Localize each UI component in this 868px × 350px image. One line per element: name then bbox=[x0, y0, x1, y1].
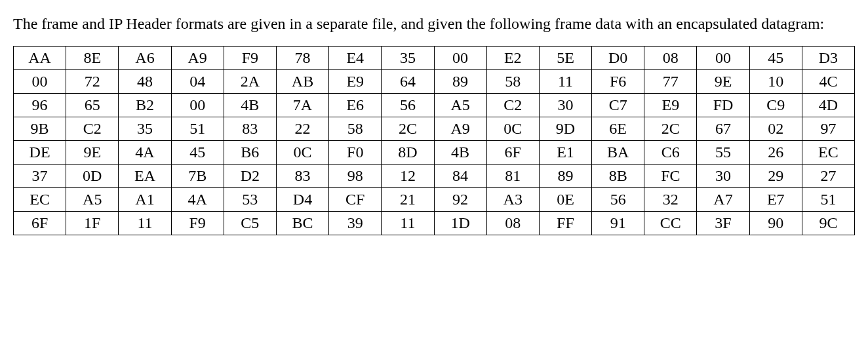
hex-cell: AB bbox=[276, 69, 328, 93]
hex-cell: 67 bbox=[697, 117, 749, 140]
hex-cell: 11 bbox=[382, 211, 434, 235]
hex-cell: A9 bbox=[171, 46, 224, 69]
hex-cell: 0C bbox=[486, 117, 539, 140]
hex-cell: 98 bbox=[329, 164, 382, 187]
hex-cell: 8D bbox=[382, 140, 434, 164]
table-row: 370DEA7BD28398128481898BFC302927 bbox=[14, 164, 855, 187]
hex-cell: 5E bbox=[539, 46, 591, 69]
hex-dump-table: AA8EA6A9F978E43500E25ED0080045D300724804… bbox=[13, 46, 855, 235]
hex-cell: 83 bbox=[224, 117, 276, 140]
hex-cell: A1 bbox=[119, 187, 171, 211]
hex-cell: 35 bbox=[382, 46, 434, 69]
table-row: 6F1F11F9C5BC39111D08FF91CC3F909C bbox=[14, 211, 855, 235]
hex-cell: 0E bbox=[539, 187, 591, 211]
hex-cell: 92 bbox=[434, 187, 486, 211]
hex-cell: 9B bbox=[14, 117, 66, 140]
hex-cell: A7 bbox=[697, 187, 749, 211]
hex-cell: 6F bbox=[486, 140, 539, 164]
hex-cell: 4A bbox=[119, 140, 171, 164]
hex-cell: 1F bbox=[66, 211, 119, 235]
hex-cell: C5 bbox=[224, 211, 276, 235]
hex-cell: 4D bbox=[802, 93, 854, 117]
hex-cell: 00 bbox=[14, 69, 66, 93]
hex-cell: 51 bbox=[171, 117, 224, 140]
hex-cell: 10 bbox=[749, 69, 802, 93]
hex-cell: 96 bbox=[14, 93, 66, 117]
hex-cell: C9 bbox=[749, 93, 802, 117]
hex-cell: F9 bbox=[171, 211, 224, 235]
hex-cell: 64 bbox=[382, 69, 434, 93]
hex-cell: 3F bbox=[697, 211, 749, 235]
hex-cell: FF bbox=[539, 211, 591, 235]
hex-cell: 1D bbox=[434, 211, 486, 235]
hex-cell: 37 bbox=[14, 164, 66, 187]
hex-cell: 55 bbox=[697, 140, 749, 164]
table-row: AA8EA6A9F978E43500E25ED0080045D3 bbox=[14, 46, 855, 69]
hex-cell: 58 bbox=[486, 69, 539, 93]
hex-cell: E7 bbox=[749, 187, 802, 211]
hex-cell: 0C bbox=[276, 140, 328, 164]
hex-cell: C6 bbox=[644, 140, 697, 164]
hex-cell: E4 bbox=[329, 46, 382, 69]
hex-cell: E2 bbox=[486, 46, 539, 69]
hex-cell: FC bbox=[644, 164, 697, 187]
hex-cell: 4B bbox=[224, 93, 276, 117]
hex-cell: 7B bbox=[171, 164, 224, 187]
hex-cell: 72 bbox=[66, 69, 119, 93]
hex-cell: 65 bbox=[66, 93, 119, 117]
hex-cell: 2A bbox=[224, 69, 276, 93]
hex-cell: EC bbox=[14, 187, 66, 211]
hex-cell: DE bbox=[14, 140, 66, 164]
hex-cell: CC bbox=[644, 211, 697, 235]
hex-cell: 84 bbox=[434, 164, 486, 187]
hex-cell: 56 bbox=[592, 187, 644, 211]
hex-cell: 08 bbox=[644, 46, 697, 69]
hex-cell: C7 bbox=[592, 93, 644, 117]
hex-cell: C2 bbox=[66, 117, 119, 140]
hex-cell: 27 bbox=[802, 164, 854, 187]
hex-cell: 00 bbox=[434, 46, 486, 69]
hex-cell: 21 bbox=[382, 187, 434, 211]
hex-cell: 81 bbox=[486, 164, 539, 187]
hex-cell: 4C bbox=[802, 69, 854, 93]
table-row: 007248042AABE964895811F6779E104C bbox=[14, 69, 855, 93]
hex-cell: A3 bbox=[486, 187, 539, 211]
hex-cell: 8B bbox=[592, 164, 644, 187]
hex-cell: 12 bbox=[382, 164, 434, 187]
hex-cell: F6 bbox=[592, 69, 644, 93]
hex-cell: 8E bbox=[66, 46, 119, 69]
table-row: 9665B2004B7AE656A5C230C7E9FDC94D bbox=[14, 93, 855, 117]
hex-cell: A9 bbox=[434, 117, 486, 140]
hex-cell: EC bbox=[802, 140, 854, 164]
hex-dump-body: AA8EA6A9F978E43500E25ED0080045D300724804… bbox=[14, 46, 855, 235]
hex-cell: AA bbox=[14, 46, 66, 69]
hex-cell: EA bbox=[119, 164, 171, 187]
hex-cell: 77 bbox=[644, 69, 697, 93]
hex-cell: 2C bbox=[644, 117, 697, 140]
hex-cell: 6E bbox=[592, 117, 644, 140]
hex-cell: 30 bbox=[539, 93, 591, 117]
table-row: DE9E4A45B60CF08D4B6FE1BAC65526EC bbox=[14, 140, 855, 164]
hex-cell: 26 bbox=[749, 140, 802, 164]
hex-cell: A5 bbox=[434, 93, 486, 117]
hex-cell: 78 bbox=[276, 46, 328, 69]
hex-cell: A5 bbox=[66, 187, 119, 211]
hex-cell: 45 bbox=[171, 140, 224, 164]
hex-cell: 9C bbox=[802, 211, 854, 235]
hex-cell: E9 bbox=[329, 69, 382, 93]
hex-cell: 51 bbox=[802, 187, 854, 211]
hex-cell: F0 bbox=[329, 140, 382, 164]
hex-cell: 4B bbox=[434, 140, 486, 164]
hex-cell: D2 bbox=[224, 164, 276, 187]
hex-cell: 48 bbox=[119, 69, 171, 93]
hex-cell: FD bbox=[697, 93, 749, 117]
hex-cell: B2 bbox=[119, 93, 171, 117]
hex-cell: D3 bbox=[802, 46, 854, 69]
hex-cell: BA bbox=[592, 140, 644, 164]
hex-cell: E6 bbox=[329, 93, 382, 117]
intro-text: The frame and IP Header formats are give… bbox=[13, 13, 855, 35]
hex-cell: 11 bbox=[539, 69, 591, 93]
hex-cell: 04 bbox=[171, 69, 224, 93]
hex-cell: 35 bbox=[119, 117, 171, 140]
hex-cell: CF bbox=[329, 187, 382, 211]
